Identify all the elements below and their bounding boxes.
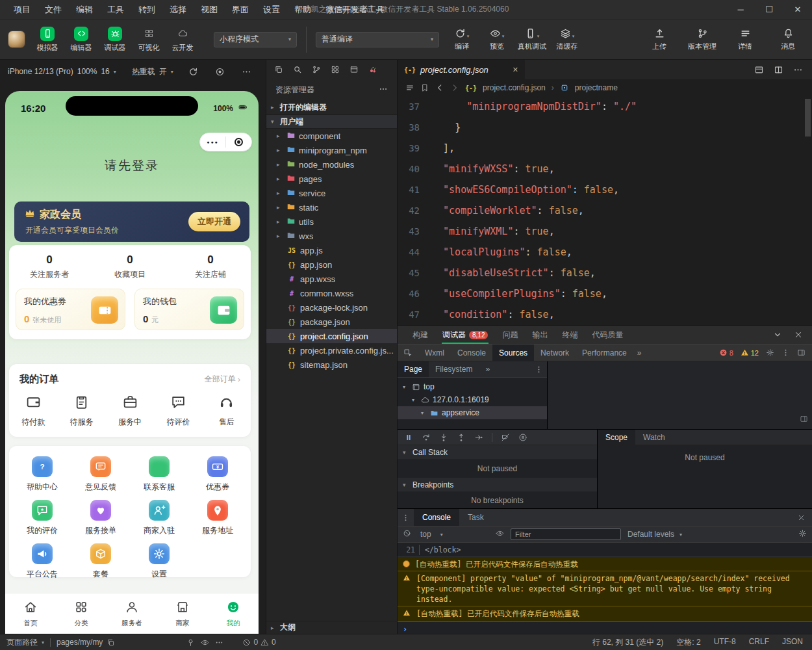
order-status-item[interactable]: 服务中 xyxy=(106,394,154,428)
all-orders-link[interactable]: 全部订单› xyxy=(205,374,240,385)
grid-button[interactable]: 可视化 xyxy=(133,27,164,53)
menu-item-10[interactable]: 微信开发者工具 xyxy=(318,0,392,20)
panel-tab-0[interactable]: 构建 xyxy=(405,326,435,344)
nav-back-icon[interactable] xyxy=(435,83,444,92)
tree-file-app.js[interactable]: JS app.js xyxy=(266,243,397,257)
code-line-38[interactable]: 38 } xyxy=(398,117,812,138)
breadcrumb-file[interactable]: project.config.json xyxy=(483,83,546,92)
layers-action-button[interactable]: ▾ 清缓存 xyxy=(551,28,583,51)
code-line-45[interactable]: 45 "disableUseStrict": false, xyxy=(398,263,812,283)
deactivate-breakpoints-icon[interactable] xyxy=(501,433,510,442)
tree-file-package-lock.json[interactable]: {} package-lock.json xyxy=(266,300,397,315)
bell-button[interactable]: 消息 xyxy=(772,28,804,51)
copy-icon[interactable] xyxy=(107,638,115,647)
inspect-element-icon[interactable] xyxy=(398,344,418,361)
editor-scrollbar[interactable] xyxy=(805,99,811,136)
more-actions-icon[interactable] xyxy=(793,65,803,75)
tree-folder-utils[interactable]: ▸ utils xyxy=(266,214,397,229)
tree-file-app.wxss[interactable]: # app.wxss xyxy=(266,272,397,286)
error-count[interactable]: 8 xyxy=(719,348,733,357)
close-button[interactable]: ✕ xyxy=(783,0,812,20)
cursor-position[interactable]: 行 62, 列 31 (选中 2) xyxy=(592,637,663,648)
console-settings-icon[interactable] xyxy=(798,529,807,540)
encoding[interactable]: UTF-8 xyxy=(714,637,736,648)
mode-select[interactable]: 小程序模式 ▾ xyxy=(214,32,297,47)
menu-item-7[interactable]: 界面 xyxy=(225,0,256,20)
sources-node-appservice[interactable]: ▾ appservice xyxy=(398,406,547,419)
devtools-tab-wxml[interactable]: Wxml xyxy=(418,344,451,361)
panel-tab-3[interactable]: 输出 xyxy=(525,326,555,344)
console-tab-task[interactable]: Task xyxy=(459,509,492,526)
service-item[interactable]: 服务地址 xyxy=(188,500,247,536)
eye-icon[interactable] xyxy=(201,638,209,647)
console-warning-row[interactable]: [Component] property "value" of "minipro… xyxy=(398,571,812,606)
service-item[interactable]: 联系客服 xyxy=(130,456,188,493)
capsule-menu-icon[interactable]: ●●● xyxy=(200,140,225,144)
log-levels-select[interactable]: Default levels ▾ xyxy=(628,530,682,539)
devtools-settings-icon[interactable] xyxy=(766,348,774,357)
console-log-row[interactable]: 21</block> xyxy=(398,543,812,557)
step-icon[interactable] xyxy=(474,433,483,442)
sources-node-127.0.0.1:16019[interactable]: ▾ 127.0.0.1:16019 xyxy=(398,393,547,406)
stat-item[interactable]: 0收藏项目 xyxy=(90,254,170,280)
more-icon[interactable] xyxy=(215,638,223,647)
dock-icon[interactable] xyxy=(800,415,808,425)
console-warning-row[interactable]: [自动热重载] 已开启代码文件保存后自动热重载 xyxy=(398,557,812,571)
tree-folder-service[interactable]: ▸ service xyxy=(266,186,397,200)
files-icon[interactable] xyxy=(274,65,283,74)
menu-item-0[interactable]: 项目 xyxy=(6,0,38,20)
tree-folder-component[interactable]: ▸ component xyxy=(266,129,397,143)
devtools-tab-console[interactable]: Console xyxy=(451,344,492,361)
more-tabs-icon[interactable]: » xyxy=(479,361,496,377)
lines-button[interactable]: 详情 xyxy=(729,28,761,51)
code-line-46[interactable]: 46 "useCompilerPlugins": false, xyxy=(398,283,812,304)
tree-file-common.wxss[interactable]: # common.wxss xyxy=(266,286,397,300)
code-area[interactable]: 37 "miniprogramNpmDistDir": "./" 38 } 39… xyxy=(398,96,812,325)
eye-action-button[interactable]: ▾ 预览 xyxy=(481,28,513,51)
refresh-icon[interactable] xyxy=(188,67,198,77)
more-tabs-icon[interactable]: » xyxy=(633,344,646,361)
eye-icon[interactable] xyxy=(496,529,504,540)
capsule-close-icon[interactable] xyxy=(226,138,251,146)
pause-on-exceptions-icon[interactable] xyxy=(518,433,527,442)
extensions-icon[interactable] xyxy=(331,65,340,74)
service-item[interactable]: 意见反馈 xyxy=(71,456,130,493)
cloud-button[interactable]: 云开发 xyxy=(167,27,198,53)
code-line-47[interactable]: 47 "condition": false, xyxy=(398,304,812,325)
code-line-42[interactable]: 42 "compileWorklet": false, xyxy=(398,200,812,221)
clear-console-icon[interactable] xyxy=(403,529,411,540)
tree-file-project.config.json[interactable]: {} project.config.json xyxy=(266,329,397,343)
upload-button[interactable]: 上传 xyxy=(643,28,676,51)
cherry-icon[interactable] xyxy=(368,65,377,74)
panel-icon[interactable] xyxy=(349,65,359,74)
stat-item[interactable]: 0关注服务者 xyxy=(9,254,90,280)
service-item[interactable]: 我的评价 xyxy=(13,500,71,536)
step-into-icon[interactable] xyxy=(439,433,448,442)
tree-file-sitemap.json[interactable]: {} sitemap.json xyxy=(266,358,397,372)
git-branch-icon[interactable] xyxy=(312,65,321,74)
panel-tab-4[interactable]: 终端 xyxy=(555,326,585,344)
login-prompt[interactable]: 请先登录 xyxy=(5,157,259,174)
menu-item-9[interactable]: 帮助 xyxy=(287,0,318,20)
service-item[interactable]: 设置 xyxy=(130,543,188,580)
more-icon[interactable] xyxy=(242,67,251,77)
page-path[interactable]: pages/my/my xyxy=(57,638,115,647)
phone-button[interactable]: 模拟器 xyxy=(32,27,63,53)
sources-menu-icon[interactable] xyxy=(531,361,547,377)
maximize-button[interactable]: ☐ xyxy=(755,0,783,20)
sources-tab-page[interactable]: Page xyxy=(398,361,429,377)
menu-item-8[interactable]: 设置 xyxy=(256,0,287,20)
stat-item[interactable]: 0关注店铺 xyxy=(170,254,251,280)
tree-folder-node_modules[interactable]: ▸ node_modules xyxy=(266,157,397,172)
bug-button[interactable]: 调试器 xyxy=(99,27,131,53)
context-select[interactable]: top ▾ xyxy=(418,530,489,539)
panel-tab-2[interactable]: 问题 xyxy=(495,326,525,344)
tabbar-item-category[interactable]: 分类 xyxy=(56,600,107,628)
service-item[interactable]: 商家入驻 xyxy=(130,500,188,536)
close-tab-icon[interactable]: ✕ xyxy=(513,66,518,74)
tree-file-app.json[interactable]: {} app.json xyxy=(266,257,397,272)
tree-folder-miniprogram_npm[interactable]: ▸ miniprogram_npm xyxy=(266,143,397,157)
order-status-item[interactable]: 待评价 xyxy=(154,394,202,428)
menu-item-1[interactable]: 文件 xyxy=(38,0,69,20)
sources-tab-filesystem[interactable]: Filesystem xyxy=(429,361,479,377)
